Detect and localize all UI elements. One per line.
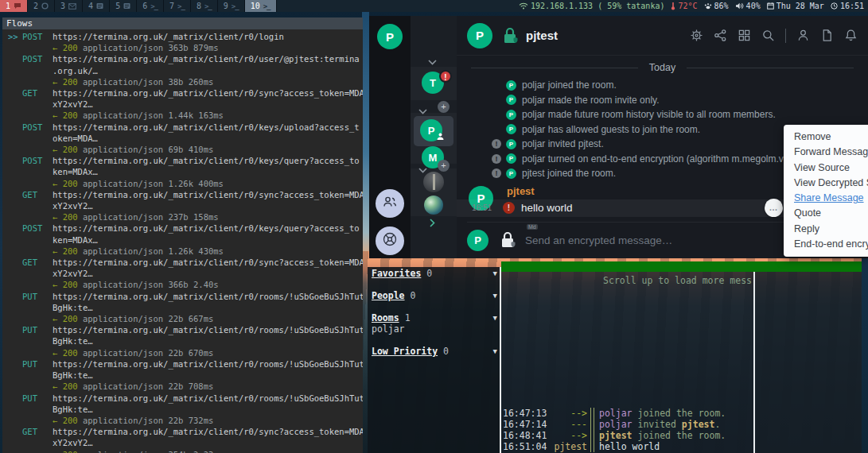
flow-status-code: ← 200 (53, 43, 78, 52)
settings-icon[interactable] (690, 29, 703, 42)
status-text: 16:51 (840, 2, 864, 10)
terminal-icon: >_ (177, 2, 185, 10)
section-count: 0 (411, 290, 416, 301)
explore-button[interactable] (376, 226, 404, 255)
roomlist-section-low-priority[interactable]: Low Priority0▼ (372, 346, 497, 357)
status-thermometer: 72°C (671, 2, 697, 10)
chat-prefix: pjtest (547, 441, 590, 452)
collapse-arrow-icon[interactable]: ▼ (493, 290, 497, 301)
flow-status-code: ← 200 (53, 246, 78, 256)
people-button[interactable] (376, 189, 404, 218)
flow-url-continued: oken=MDA… (2, 133, 363, 144)
status-text: Thu 28 Mar (777, 2, 824, 10)
room-avatar-tower[interactable] (423, 172, 444, 192)
flow-response-line: ← 200 application/json 354b 2.23s (2, 449, 363, 453)
collapse-arrow-icon[interactable]: ▼ (493, 268, 497, 279)
flow-row[interactable]: POSThttps://termina.org.uk/_matrix/clien… (2, 223, 363, 257)
flow-row[interactable]: GEThttps://termina.org.uk/_matrix/client… (2, 257, 363, 291)
flow-url: https://termina.org.uk/_matrix/client/r0… (53, 358, 363, 370)
status-segments: 192.168.1.133 ( 59% tatanka)72°C86%40%Th… (519, 0, 868, 12)
flow-request-line: POSThttps://termina.org.uk/_matrix/clien… (2, 223, 363, 234)
flow-row[interactable]: POSThttps://termina.org.uk/_matrix/clien… (2, 53, 363, 87)
share-icon[interactable] (714, 29, 727, 42)
workspace-1[interactable]: 1 (0, 0, 28, 12)
flow-focus-marker (2, 189, 22, 200)
flow-response-line: ← 200 application/json 1.26k 400ms (2, 178, 363, 189)
flow-focus-marker (2, 257, 22, 268)
menu-item-forward-message[interactable]: Forward Message (784, 145, 868, 160)
collapse-arrow-icon[interactable]: ▼ (493, 312, 497, 323)
workspace-4[interactable]: 4 (83, 0, 110, 12)
status-text: 192.168.1.133 ( 59% tatanka) (531, 2, 665, 10)
roomlist-section-people[interactable]: People0▼ (372, 290, 497, 301)
search-icon[interactable] (761, 29, 775, 42)
flow-row[interactable]: GEThttps://termina.org.uk/_matrix/client… (2, 87, 363, 122)
flow-status-code: ← 200 (53, 110, 78, 120)
menu-item-share-message[interactable]: Share Message (784, 191, 868, 206)
flow-method: GET (22, 87, 53, 99)
flow-response-meta: application/json 237b 158ms (78, 212, 219, 222)
flow-row[interactable]: POSThttps://termina.org.uk/_matrix/clien… (2, 122, 363, 156)
roomlist-room[interactable]: poljar (372, 323, 497, 335)
flow-request-line: PUThttps://termina.org.uk/_matrix/client… (2, 324, 363, 335)
flow-request-line: POSThttps://termina.org.uk/_matrix/clien… (2, 155, 363, 166)
unverified-warning-icon: ! (503, 202, 515, 214)
flow-row[interactable]: PUThttps://termina.org.uk/_matrix/client… (2, 291, 363, 325)
workspace-2[interactable]: 2 (28, 0, 55, 12)
flow-url: https://termina.org.uk/_matrix/client/r0… (53, 257, 363, 268)
flow-url: https://termina.org.uk/_matrix/client/r0… (53, 53, 360, 64)
section-collapse-icon[interactable] (428, 54, 437, 68)
menu-item-reply[interactable]: Reply (784, 222, 868, 237)
flow-row[interactable]: GEThttps://termina.org.uk/_matrix/client… (2, 426, 363, 453)
workspace-10[interactable]: 10>_ (245, 0, 277, 12)
roomlist-section-rooms[interactable]: Rooms1▼ (372, 312, 497, 323)
workspace-7[interactable]: 7>_ (164, 0, 191, 12)
workspace-3[interactable]: 3 (55, 0, 83, 12)
collapse-arrow-icon[interactable]: ▼ (493, 346, 497, 357)
roomlist-section-favorites[interactable]: Favorites0▼ (372, 268, 497, 279)
flow-focus-marker (2, 358, 22, 370)
message-text: hello world (521, 202, 573, 214)
flow-row[interactable]: PUThttps://termina.org.uk/_matrix/client… (2, 393, 363, 427)
chat-prefix: --- (547, 419, 590, 430)
expand-panel-icon[interactable] (430, 216, 435, 230)
file-list-icon[interactable] (820, 29, 834, 42)
chat-icon (14, 2, 21, 10)
flow-row[interactable]: >>POSThttps://termina.org.uk/_matrix/cli… (2, 31, 363, 53)
flow-row[interactable]: GEThttps://termina.org.uk/_matrix/client… (2, 189, 363, 223)
menu-item-view-decrypted-s[interactable]: View Decrypted S (784, 176, 868, 191)
workspace-6[interactable]: 6>_ (137, 0, 164, 12)
blank-line (372, 335, 497, 346)
workspace-5[interactable]: 5 (110, 0, 137, 12)
flow-url: https://termina.org.uk/_matrix/client/r0… (53, 223, 360, 234)
menu-item-end-to-end-encry[interactable]: End-to-end encry (784, 237, 868, 252)
composer-placeholder: Send an encrypted message… (525, 234, 672, 246)
message-options-button[interactable]: … (765, 199, 783, 217)
chat-nick-poljar: poljar (599, 419, 633, 430)
flow-list[interactable]: >>POSThttps://termina.org.uk/_matrix/cli… (2, 29, 363, 453)
chat-message: poljar invited pjtest. (599, 419, 720, 430)
workspace-9[interactable]: 9>_ (218, 0, 245, 12)
menu-item-quote[interactable]: Quote (784, 206, 868, 221)
flow-method: POST (22, 155, 53, 166)
terminal-icon: >_ (204, 2, 212, 10)
add-room-button[interactable]: + (438, 160, 450, 172)
room-avatar-globe[interactable] (424, 196, 443, 215)
room-avatar[interactable]: P (467, 23, 492, 48)
flow-row[interactable]: POSThttps://termina.org.uk/_matrix/clien… (2, 155, 363, 189)
workspace-8[interactable]: 8>_ (191, 0, 218, 12)
flow-request-line: >>POSThttps://termina.org.uk/_matrix/cli… (2, 31, 363, 42)
add-room-button[interactable]: + (438, 101, 450, 113)
flow-url-continued: xY2xvY2… (2, 268, 363, 279)
notifications-bell-icon[interactable] (844, 29, 858, 42)
member-list-icon[interactable] (796, 29, 810, 42)
user-avatar[interactable]: P (377, 24, 403, 49)
menu-item-remove[interactable]: Remove (784, 130, 868, 145)
menu-item-view-source[interactable]: View Source (784, 161, 868, 176)
flow-row[interactable]: PUThttps://termina.org.uk/_matrix/client… (2, 358, 363, 393)
flow-row[interactable]: PUThttps://termina.org.uk/_matrix/client… (2, 324, 363, 358)
apps-grid-icon[interactable] (738, 29, 751, 42)
i3-status-bar: 123456>_7>_8>_9>_10>_ 192.168.1.133 ( 59… (0, 0, 868, 12)
markdown-badge[interactable]: Md (527, 224, 538, 230)
flow-response-meta: application/json 69b 410ms (78, 145, 214, 154)
